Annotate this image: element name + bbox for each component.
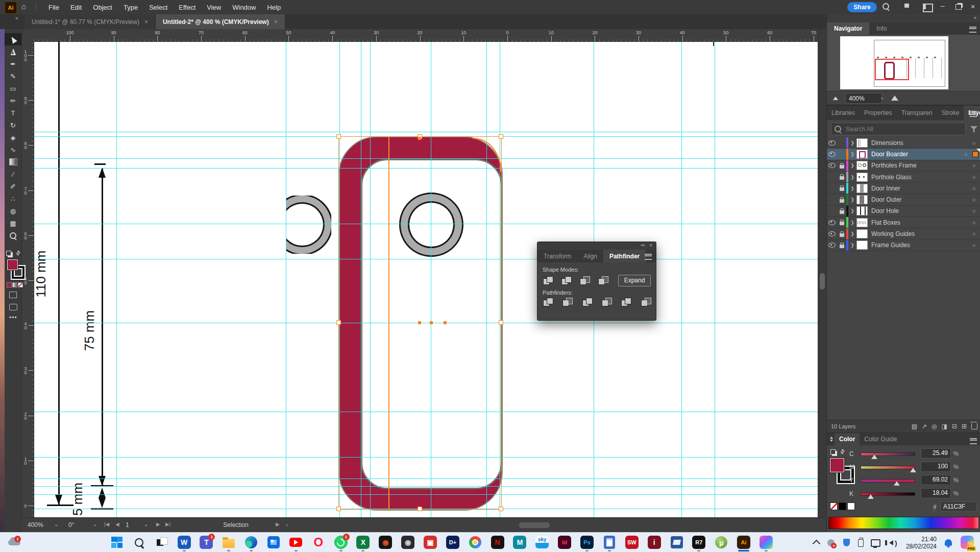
navigator-view-rectangle[interactable] (875, 59, 909, 80)
eyedropper-tool[interactable]: ✐ (5, 180, 21, 193)
lock-cell[interactable] (837, 185, 846, 191)
visibility-cell[interactable] (827, 152, 837, 157)
layer-row-door-hole[interactable]: ❯Door Hole○ (827, 206, 980, 217)
slider-thumb[interactable] (894, 481, 900, 486)
scrollbar-thumb[interactable] (820, 273, 825, 290)
taskbar-indesign[interactable]: Id (557, 535, 572, 550)
panel-menu-icon[interactable] (970, 438, 977, 444)
swap-fill-stroke-icon[interactable]: ⇄ (14, 249, 22, 257)
tab-transparency[interactable]: Transparen (897, 106, 937, 120)
zoom-out-icon[interactable] (833, 97, 838, 100)
expand-chevron-icon[interactable]: ❯ (848, 175, 856, 180)
lock-cell[interactable] (837, 231, 846, 237)
selection-handle[interactable] (499, 134, 503, 139)
swap-fill-stroke-icon[interactable]: ⇄ (839, 448, 847, 456)
rotate-tool[interactable]: ↻ (5, 119, 21, 131)
copilot-icon[interactable]: PRE (961, 536, 974, 549)
pathfinder-merge-icon[interactable] (582, 298, 592, 306)
layer-thumbnail[interactable] (856, 229, 868, 238)
taskbar-app-red[interactable]: ▣ (423, 535, 438, 550)
shape-mode-unite-icon[interactable] (543, 276, 554, 285)
anchor-point[interactable] (418, 321, 421, 324)
fill-color-swatch[interactable] (829, 458, 845, 473)
eye-icon[interactable] (828, 140, 836, 146)
target-circle-icon[interactable]: ○ (967, 185, 980, 191)
layer-thumbnail[interactable] (856, 161, 868, 170)
visibility-cell[interactable] (827, 231, 837, 236)
clock[interactable]: 21:40 28/02/2024 (906, 536, 937, 550)
target-circle-icon[interactable]: ○ (959, 151, 972, 157)
menu-window[interactable]: Window (229, 4, 259, 11)
taskbar-opera[interactable]: O (311, 535, 326, 550)
expand-button[interactable]: Expand (618, 275, 651, 286)
menu-view[interactable]: View (203, 4, 225, 11)
selection-tool[interactable] (5, 33, 21, 45)
none-swatch[interactable] (830, 502, 838, 510)
layer-row-flat-boxes[interactable]: ❯Flat Boxes○ (827, 217, 980, 228)
visibility-cell[interactable] (827, 243, 837, 248)
curvature-tool[interactable]: ✎ (5, 70, 21, 82)
display-icon[interactable] (871, 539, 880, 547)
ruler-origin-corner[interactable] (21, 29, 34, 42)
tab-color[interactable]: Color (835, 433, 860, 445)
lock-icon[interactable] (840, 245, 844, 248)
taskbar-creative-cloud[interactable] (758, 535, 774, 550)
lock-icon[interactable] (840, 187, 844, 191)
menu-effect[interactable]: Effect (175, 4, 199, 11)
zoom-level[interactable]: 400% (28, 521, 43, 529)
taskbar-sky[interactable]: sky (534, 535, 550, 550)
layer-name[interactable]: Porthole Glass (871, 174, 967, 181)
dimension-label-110mm[interactable]: 110 mm (34, 231, 49, 318)
channel-value-K[interactable]: 18.04 (921, 488, 951, 498)
workspace-switcher-icon[interactable] (923, 4, 933, 12)
rotation-value[interactable]: 0° (68, 521, 74, 529)
collect-for-export-icon[interactable]: ▤ (912, 423, 917, 429)
taskbar-app-dark-2[interactable]: ◉ (400, 535, 415, 550)
home-icon[interactable]: ⌂ (21, 2, 26, 11)
lock-icon[interactable] (840, 233, 844, 237)
layer-row-door-inner[interactable]: ❯Door Inner○ (827, 183, 980, 194)
pathfinder-divide-icon[interactable] (543, 298, 553, 306)
search-icon[interactable] (883, 3, 889, 10)
visibility-cell[interactable] (827, 163, 837, 168)
layer-thumbnail[interactable] (856, 241, 868, 250)
menu-type[interactable]: Type (120, 4, 141, 11)
fill-color-swatch[interactable] (7, 259, 18, 271)
eye-icon[interactable] (828, 243, 836, 248)
pathfinder-outline-icon[interactable] (621, 298, 631, 306)
lock-cell[interactable] (837, 197, 846, 203)
dimension-line-110[interactable] (58, 41, 60, 505)
chevron-down-icon[interactable]: ⌄ (54, 521, 58, 527)
paintbrush-tool[interactable]: ✏ (5, 94, 21, 107)
visibility-cell[interactable] (827, 220, 837, 225)
eye-icon[interactable] (828, 152, 836, 157)
edit-toolbar-icon[interactable]: ••• (9, 314, 17, 321)
layer-thumbnail[interactable] (856, 218, 868, 227)
layer-thumbnail[interactable] (856, 173, 868, 182)
expand-chevron-icon[interactable]: ❯ (848, 197, 856, 202)
layer-name[interactable]: Portholes Frame (871, 162, 967, 169)
artboard-canvas[interactable]: 110 mm 75 mm 5 mm (34, 41, 818, 517)
network-error-icon[interactable] (827, 539, 835, 546)
default-colors-widget[interactable]: ⇄ (6, 250, 21, 257)
search-input[interactable] (845, 124, 949, 134)
expand-chevron-icon[interactable]: ❯ (848, 220, 856, 225)
hex-value-input[interactable] (940, 501, 977, 512)
tab-close-icon[interactable]: × (274, 18, 278, 26)
tab-pathfinder[interactable]: Pathfinder (603, 250, 646, 262)
lock-cell[interactable] (837, 163, 846, 169)
taskbar-solidworks[interactable]: SW (624, 535, 640, 550)
taskbar-explorer[interactable] (221, 535, 236, 550)
expand-chevron-icon[interactable]: ❯ (848, 208, 856, 213)
taskbar-scanner[interactable] (669, 535, 684, 550)
menu-edit[interactable]: Edit (67, 4, 85, 11)
horizontal-scrollbar-thumb[interactable] (519, 522, 550, 528)
app-logo[interactable]: Ai (5, 2, 17, 14)
selection-handle[interactable] (418, 507, 422, 511)
slider-thumb[interactable] (871, 454, 877, 459)
tab-transform[interactable]: Transform (537, 250, 577, 262)
porthole-partial[interactable] (273, 196, 331, 254)
direct-selection-tool[interactable] (5, 45, 21, 58)
next-artboard-icon[interactable]: ▶ (156, 521, 160, 527)
taskbar-rhino[interactable]: R7 (691, 535, 706, 550)
